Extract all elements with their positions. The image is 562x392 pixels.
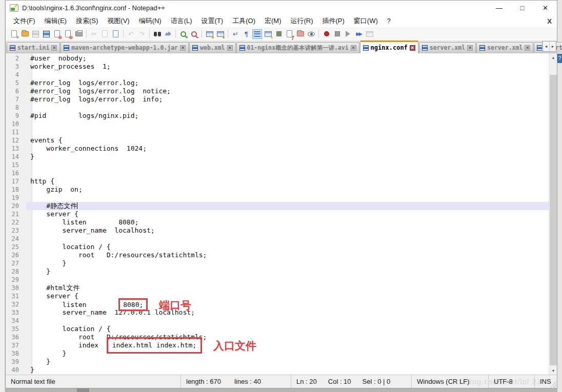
tab-close-icon[interactable]: ✕ — [525, 45, 530, 51]
menu-item-1[interactable]: 编辑(E) — [40, 15, 71, 26]
line-number: 39 — [6, 358, 26, 366]
close-all-icon[interactable]: ⊖ — [63, 29, 73, 39]
save-macro-icon[interactable] — [365, 29, 374, 39]
vertical-scrollbar[interactable]: ▲ ▼ — [549, 53, 557, 375]
code-line: 11 — [6, 128, 549, 136]
menu-item-0[interactable]: 文件(F) — [9, 15, 40, 26]
line-number: 35 — [6, 325, 26, 333]
resize-grip[interactable] — [550, 381, 556, 387]
tab-close-icon[interactable]: ✕ — [180, 45, 186, 51]
document-map-icon[interactable] — [274, 29, 284, 39]
line-text — [26, 169, 549, 177]
code-line: 25 location / { — [6, 243, 549, 251]
menu-item-10[interactable]: 插件(P) — [318, 15, 349, 26]
undo-icon[interactable]: ↶ — [126, 29, 136, 39]
code-line: 3worker_processes 1; — [6, 63, 549, 71]
code-editor[interactable]: 2#user nobody;3worker_processes 1;45#err… — [6, 53, 557, 375]
code-line: 34 — [6, 317, 549, 325]
redo-icon[interactable]: ↷ — [137, 29, 147, 39]
line-text: } — [26, 153, 549, 161]
print-icon[interactable] — [74, 29, 84, 39]
cut-icon[interactable]: ✂ — [89, 29, 99, 39]
tab-maven-archetype-webapp-1.0.jar[interactable]: maven-archetype-webapp-1.0.jar✕ — [61, 42, 189, 53]
line-number: 11 — [6, 128, 26, 136]
scrollbar-up-arrow[interactable]: ▲ — [549, 53, 557, 61]
toolbar-separator — [228, 30, 228, 38]
play-macro-icon[interactable] — [343, 29, 353, 39]
line-number: 12 — [6, 136, 26, 145]
tab-server.xml[interactable]: server.xml✕ — [476, 42, 533, 53]
menu-item-6[interactable]: 设置(T) — [197, 15, 228, 26]
tab-01-nginx概念的基本讲解第一讲.avi[interactable]: 01-nginx概念的基本讲解第一讲.avi✕ — [236, 42, 359, 53]
tab-scroll-right-button[interactable]: ► — [549, 42, 556, 51]
code-line: 24 — [6, 235, 549, 243]
user-language-icon[interactable]: ϟ — [263, 29, 273, 39]
tab-server.xml[interactable]: server.xml✕ — [419, 42, 476, 53]
line-text: #error_log logs/error.log info; — [26, 95, 549, 104]
line-number: 24 — [6, 235, 26, 243]
tab-close-icon[interactable]: ✕ — [227, 45, 233, 51]
open-file-icon[interactable] — [20, 29, 30, 39]
indent-guide-icon[interactable] — [252, 29, 262, 39]
menu-item-7[interactable]: 工具(O) — [228, 15, 260, 26]
tab-close-icon[interactable]: ✕ — [467, 45, 473, 51]
red-highlight-box: 8080; — [118, 298, 148, 311]
tab-start.ini[interactable]: start.ini✕ — [7, 42, 60, 53]
sync-scroll-vertical-icon[interactable]: ● — [205, 29, 214, 39]
save-icon[interactable] — [31, 29, 41, 39]
word-wrap-icon[interactable]: ↵ — [231, 29, 240, 39]
close-file-icon[interactable]: ⊖ — [52, 29, 62, 39]
tab-close-icon[interactable]: ✕ — [51, 45, 57, 51]
line-text: #error_log logs/error.log; — [26, 79, 549, 87]
line-text — [26, 194, 549, 202]
close-button[interactable]: ✕ — [534, 1, 557, 15]
record-macro-icon[interactable] — [322, 29, 331, 39]
stop-macro-icon[interactable] — [332, 29, 342, 39]
menu-item-12[interactable]: ? — [383, 15, 395, 26]
replace-icon[interactable]: ab — [163, 29, 173, 39]
background-help-icon: ? — [557, 54, 562, 63]
menu-item-4[interactable]: 编码(N) — [134, 15, 166, 26]
menu-item-3[interactable]: 视图(V) — [103, 15, 134, 26]
scrollbar-thumb[interactable] — [550, 75, 557, 365]
tab-scroll-left-button[interactable]: ◄ — [543, 42, 549, 51]
code-line: 17http { — [6, 177, 549, 185]
folder-workspace-icon[interactable] — [295, 29, 305, 39]
toolbar-separator — [86, 30, 87, 38]
tab-web.xml[interactable]: web.xml✕ — [189, 42, 235, 53]
scrollbar-down-arrow[interactable]: ▼ — [549, 366, 557, 375]
paste-icon[interactable] — [111, 29, 121, 39]
menu-item-5[interactable]: 语言(L) — [166, 15, 197, 26]
code-line: 8 — [6, 104, 549, 112]
tab-close-icon[interactable]: ✕ — [410, 45, 415, 51]
zoom-in-icon[interactable]: + — [178, 29, 188, 39]
show-all-characters-icon[interactable]: ¶ — [242, 29, 251, 39]
line-text — [26, 128, 549, 136]
minimize-button[interactable]: — — [488, 1, 511, 15]
code-line: 35 location / { — [6, 325, 549, 333]
run-macro-multiple-icon[interactable]: ▶▶ — [354, 29, 364, 39]
find-icon[interactable] — [152, 29, 162, 39]
tab-close-icon[interactable]: ✕ — [351, 45, 356, 51]
monitoring-eye-icon[interactable] — [306, 29, 316, 39]
status-eol-format[interactable]: Windows (CR LF) — [411, 375, 488, 388]
menu-item-11[interactable]: 窗口(W) — [349, 15, 383, 26]
tab-label: web.xml — [200, 44, 225, 51]
menu-item-8[interactable]: 宏(M) — [260, 15, 286, 26]
close-document-x[interactable]: X — [547, 17, 552, 25]
zoom-out-icon[interactable]: − — [189, 29, 199, 39]
code-line: 20 #静态文件 — [6, 202, 549, 210]
save-all-icon[interactable] — [42, 29, 51, 39]
menu-item-9[interactable]: 运行(R) — [286, 15, 317, 26]
sync-scroll-horizontal-icon[interactable]: ● — [215, 29, 225, 39]
function-list-icon[interactable]: ƒ — [285, 29, 294, 39]
toolbar: +⊖⊖✂↶↷ab+−●●↵¶ϟƒ▶▶ — [6, 27, 557, 40]
line-text: } — [26, 366, 549, 374]
window-title: D:\tools\nginx-1.6.3\conf\nginx.conf - N… — [22, 4, 165, 12]
menu-item-2[interactable]: 搜索(S) — [71, 15, 103, 26]
maximize-button[interactable]: □ — [511, 1, 534, 15]
status-encoding[interactable]: UTF-8 — [488, 375, 534, 388]
new-file-icon[interactable]: + — [9, 29, 19, 39]
tab-nginx.conf[interactable]: nginx.conf✕ — [360, 40, 418, 53]
copy-icon[interactable] — [100, 29, 110, 39]
